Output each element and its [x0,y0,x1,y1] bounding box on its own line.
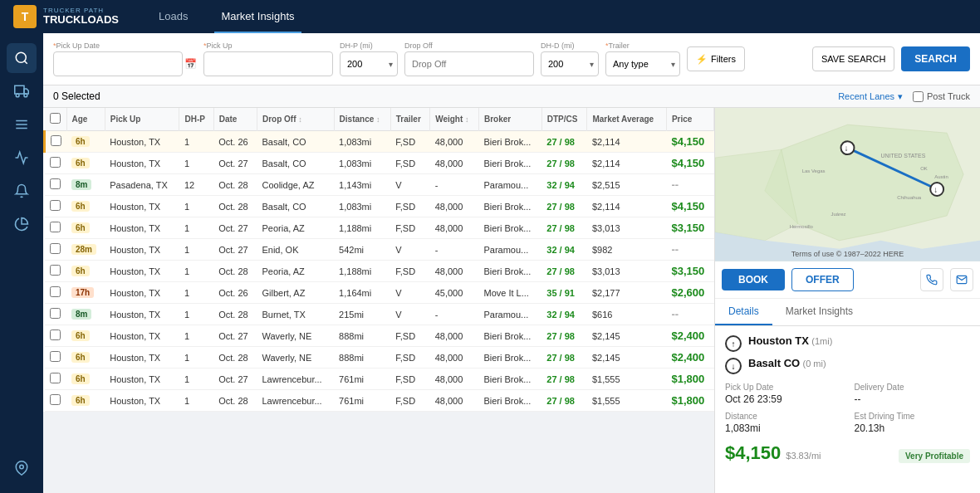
post-truck-checkbox[interactable] [913,91,924,102]
sidebar-icon-truck[interactable] [7,76,37,106]
col-price[interactable]: Price [666,108,713,131]
row-dhp: 1 [179,325,213,347]
table-row[interactable]: 6h Houston, TX 1 Oct. 28 Peoria, AZ 1,18… [45,261,714,282]
row-trailer: F,SD [390,153,429,174]
col-age[interactable]: Age [66,108,105,131]
table-row[interactable]: 28m Houston, TX 1 Oct. 27 Enid, OK 542mi… [45,239,714,261]
recent-lanes-dropdown[interactable]: Recent Lanes ▾ [838,91,903,102]
pickup-input[interactable]: Houston, TX, US [203,51,333,76]
pickup-group: *Pick Up Houston, TX, US [203,41,333,76]
row-weight: 48,000 [430,369,479,390]
search-button[interactable]: SEARCH [901,46,970,71]
nav-tab-market-insights[interactable]: Market Insights [214,0,301,33]
row-checkbox[interactable] [50,157,61,168]
table-row[interactable]: 6h Houston, TX 1 Oct. 27 Waverly, NE 888… [45,325,714,347]
row-checkbox[interactable] [50,286,61,297]
dhp-group: DH-P (mi) 200100300 [340,41,398,76]
col-pickup[interactable]: Pick Up [105,108,179,131]
row-checkbox[interactable] [50,373,61,383]
row-broker: Bieri Brok... [478,131,541,153]
row-pickup: Houston, TX [105,304,179,325]
row-broker: Bieri Brok... [478,196,541,217]
table-row[interactable]: 6h Houston, TX 1 Oct. 27 Lawrencebur... … [45,369,714,390]
dhp-select[interactable]: 200100300 [340,51,398,76]
row-checkbox[interactable] [51,135,61,146]
col-date[interactable]: Date [213,108,257,131]
table-row[interactable]: 8m Houston, TX 1 Oct. 28 Burnet, TX 215m… [45,304,714,325]
row-checkbox[interactable] [50,243,61,254]
svg-text:↓: ↓ [845,144,849,153]
tab-details[interactable]: Details [715,299,772,325]
row-checkbox-cell [45,282,67,304]
table-row[interactable]: 6h Houston, TX 1 Oct. 28 Basalt, CO 1,08… [45,196,714,217]
trailer-label: *Trailer [605,41,680,50]
sidebar-icon-search[interactable] [7,43,37,73]
row-checkbox[interactable] [50,222,61,232]
col-dropoff[interactable]: Drop Off ↕ [257,108,334,131]
dropoff-input[interactable] [404,51,534,76]
row-weight: 48,000 [430,261,479,282]
row-checkbox[interactable] [50,178,61,189]
row-distance: 1,188mi [334,261,390,282]
tab-market-insights[interactable]: Market Insights [772,299,866,325]
row-checkbox[interactable] [50,351,61,362]
detail-panel: UNITED STATES Las Vegas Hermosillo Juáre… [714,108,980,493]
trailer-select[interactable]: Any type [605,51,680,76]
row-checkbox[interactable] [50,394,61,405]
save-search-button[interactable]: SAVE SEARCH [812,46,894,71]
row-dhp: 1 [179,282,213,304]
panel-details-content: ↑ Houston TX (1mi) ↓ Basalt CO (0 mi) [715,326,980,493]
row-checkbox[interactable] [50,329,61,340]
sidebar-icon-bell[interactable] [7,176,37,206]
row-date: Oct. 26 [213,282,257,304]
sidebar-icon-location[interactable] [7,453,37,483]
table-row[interactable]: 6h Houston, TX 1 Oct. 27 Peoria, AZ 1,18… [45,217,714,239]
row-checkbox[interactable] [50,308,61,319]
row-date: Oct. 27 [213,369,257,390]
row-dtp: 35 / 91 [541,282,587,304]
row-price: $4,150 [666,153,713,174]
calendar-icon[interactable]: 📅 [184,58,197,70]
svg-text:↓: ↓ [933,185,938,194]
row-checkbox[interactable] [50,265,61,276]
row-market-avg: $2,145 [587,325,666,347]
sidebar-icon-pie[interactable] [7,209,37,239]
offer-button[interactable]: OFFER [791,268,854,291]
row-pickup: Houston, TX [105,261,179,282]
book-button[interactable]: BOOK [722,269,785,290]
row-age: 8m [66,304,105,325]
dhd-label: DH-D (mi) [541,41,599,50]
col-trailer[interactable]: Trailer [390,108,429,131]
col-dtp[interactable]: DTP/CS [541,108,587,131]
pickup-date-input[interactable]: Oct 26 - Nov 26 [53,51,183,76]
table-row[interactable]: 6h Houston, TX 1 Oct. 27 Basalt, CO 1,08… [45,153,714,174]
select-all-checkbox[interactable] [50,113,61,124]
table-row[interactable]: 6h Houston, TX 1 Oct. 28 Lawrencebur... … [45,390,714,412]
sidebar-icon-graph[interactable] [7,143,37,173]
phone-icon[interactable] [920,268,943,291]
col-market-avg[interactable]: Market Average [587,108,666,131]
row-checkbox-cell [45,325,67,347]
col-broker[interactable]: Broker [478,108,541,131]
row-trailer: F,SD [390,347,429,369]
delivery-date-label: Delivery Date [855,383,971,392]
col-weight[interactable]: Weight ↕ [430,108,479,131]
email-icon[interactable] [950,268,973,291]
dhd-select[interactable]: 200100300 [541,51,599,76]
table-row[interactable]: 17h Houston, TX 1 Oct. 26 Gilbert, AZ 1,… [45,282,714,304]
nav-tab-loads[interactable]: Loads [152,0,194,33]
row-dtp: 32 / 94 [541,304,587,325]
row-dtp: 27 / 98 [541,131,587,153]
row-dtp: 27 / 98 [541,369,587,390]
row-checkbox[interactable] [50,200,61,211]
filters-button[interactable]: ⚡ Filters [687,46,745,71]
sidebar-icon-list[interactable] [7,110,37,139]
table-row[interactable]: 6h Houston, TX 1 Oct. 26 Basalt, CO 1,08… [45,131,714,153]
col-distance[interactable]: Distance ↕ [334,108,390,131]
table-row[interactable]: 8m Pasadena, TX 12 Oct. 28 Coolidge, AZ … [45,174,714,196]
col-dhp[interactable]: DH-P [179,108,213,131]
table-row[interactable]: 6h Houston, TX 1 Oct. 28 Waverly, NE 888… [45,347,714,369]
row-age: 6h [66,131,105,153]
row-price: -- [666,239,713,261]
dropoff-label: Drop Off [404,41,534,50]
